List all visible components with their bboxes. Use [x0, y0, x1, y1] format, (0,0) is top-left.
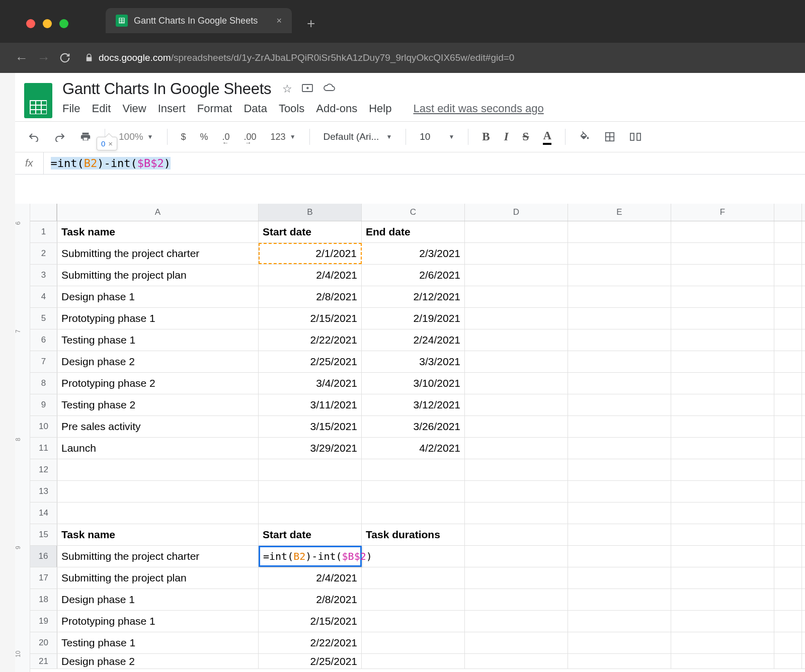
move-button[interactable] — [301, 82, 313, 96]
font-size-select[interactable]: 10▼ — [417, 130, 457, 144]
cell[interactable] — [465, 459, 568, 480]
cell[interactable] — [774, 654, 802, 668]
cell[interactable] — [465, 373, 568, 394]
tab-close-icon[interactable]: × — [276, 16, 282, 26]
cell[interactable]: Submitting the project plan — [57, 265, 259, 286]
menu-help[interactable]: Help — [369, 102, 391, 115]
row-header[interactable]: 11 — [30, 438, 57, 459]
menu-tools[interactable]: Tools — [279, 102, 304, 115]
cell[interactable] — [465, 654, 568, 668]
spreadsheet-grid[interactable]: A B C D E F 1Task nameStart dateEnd date… — [30, 204, 805, 672]
minimize-window-button[interactable] — [43, 19, 52, 28]
cell[interactable] — [568, 243, 671, 264]
cell[interactable] — [671, 654, 774, 668]
cell[interactable] — [57, 502, 259, 524]
cell[interactable] — [465, 351, 568, 372]
cell[interactable] — [568, 308, 671, 329]
col-header-g[interactable] — [774, 204, 802, 221]
fill-color-button[interactable] — [577, 130, 593, 144]
cell[interactable]: 2/22/2021 — [259, 329, 362, 351]
cell[interactable] — [671, 416, 774, 437]
select-all-corner[interactable] — [30, 204, 57, 221]
row-header[interactable]: 16 — [30, 546, 57, 567]
cell[interactable] — [465, 502, 568, 524]
cell[interactable] — [568, 546, 671, 567]
row-header[interactable]: 2 — [30, 243, 57, 264]
cell[interactable] — [362, 589, 465, 610]
cell[interactable]: Design phase 2 — [57, 351, 259, 372]
menu-data[interactable]: Data — [244, 102, 267, 115]
cell[interactable]: 2/3/2021 — [362, 243, 465, 264]
merge-button[interactable] — [627, 130, 644, 143]
cell[interactable]: 2/25/2021 — [259, 351, 362, 372]
cell[interactable]: Design phase 2 — [57, 654, 259, 668]
row-header[interactable]: 9 — [30, 394, 57, 415]
cell[interactable] — [465, 394, 568, 415]
cell[interactable]: =int(B2)-int($B$2) — [259, 546, 362, 567]
cell[interactable] — [362, 632, 465, 653]
cell[interactable] — [568, 589, 671, 610]
reload-button[interactable] — [59, 52, 70, 63]
row-header[interactable]: 1 — [30, 221, 57, 242]
cloud-status-icon[interactable] — [323, 82, 336, 96]
maximize-window-button[interactable] — [59, 19, 68, 28]
cell[interactable] — [774, 481, 802, 502]
cell[interactable] — [671, 265, 774, 286]
cell[interactable]: 2/22/2021 — [259, 632, 362, 653]
forward-button[interactable]: → — [37, 50, 50, 66]
col-header-d[interactable]: D — [465, 204, 568, 221]
doc-title[interactable]: Gantt Charts In Google Sheets — [62, 80, 271, 98]
italic-button[interactable]: I — [502, 129, 511, 145]
col-header-b[interactable]: B — [259, 204, 362, 221]
cell[interactable] — [465, 611, 568, 632]
row-header[interactable]: 5 — [30, 308, 57, 329]
cell[interactable] — [671, 394, 774, 415]
cell[interactable] — [671, 221, 774, 242]
cell[interactable] — [57, 481, 259, 502]
cell[interactable] — [774, 243, 802, 264]
col-header-a[interactable]: A — [57, 204, 259, 221]
cell[interactable] — [568, 524, 671, 545]
row-header[interactable]: 12 — [30, 459, 57, 480]
zoom-select[interactable]: 100%▼ — [116, 130, 156, 144]
cell[interactable] — [774, 589, 802, 610]
cell[interactable]: 3/3/2021 — [362, 351, 465, 372]
cell[interactable]: 2/8/2021 — [259, 589, 362, 610]
cell[interactable] — [362, 481, 465, 502]
cell[interactable] — [568, 632, 671, 653]
cell[interactable] — [568, 502, 671, 524]
cell[interactable]: 3/29/2021 — [259, 438, 362, 459]
last-edit-link[interactable]: Last edit was seconds ago — [413, 102, 543, 115]
cell[interactable]: Prototyping phase 1 — [57, 611, 259, 632]
cell[interactable] — [362, 611, 465, 632]
cell[interactable]: 2/19/2021 — [362, 308, 465, 329]
row-header[interactable]: 21 — [30, 654, 57, 668]
cell[interactable] — [465, 524, 568, 545]
cell[interactable] — [671, 351, 774, 372]
cell[interactable]: Testing phase 2 — [57, 394, 259, 415]
cell[interactable] — [774, 546, 802, 567]
cell[interactable] — [774, 286, 802, 307]
cell[interactable] — [568, 373, 671, 394]
cell[interactable] — [774, 567, 802, 589]
close-window-button[interactable] — [26, 19, 35, 28]
cell[interactable] — [774, 308, 802, 329]
cell[interactable]: Start date — [259, 524, 362, 545]
text-color-button[interactable]: A — [540, 128, 554, 146]
cell[interactable]: 2/6/2021 — [362, 265, 465, 286]
col-header-e[interactable]: E — [568, 204, 671, 221]
cell[interactable] — [362, 502, 465, 524]
print-button[interactable] — [77, 130, 94, 144]
cell[interactable] — [568, 221, 671, 242]
cell[interactable]: 2/15/2021 — [259, 308, 362, 329]
cell[interactable] — [671, 524, 774, 545]
col-header-f[interactable]: F — [671, 204, 774, 221]
cell[interactable] — [568, 394, 671, 415]
cell[interactable] — [568, 329, 671, 351]
cell[interactable] — [671, 611, 774, 632]
cell[interactable] — [568, 438, 671, 459]
cell[interactable] — [568, 416, 671, 437]
cell[interactable]: Start date — [259, 221, 362, 242]
menu-addons[interactable]: Add-ons — [316, 102, 357, 115]
strikethrough-button[interactable]: S — [520, 129, 532, 145]
